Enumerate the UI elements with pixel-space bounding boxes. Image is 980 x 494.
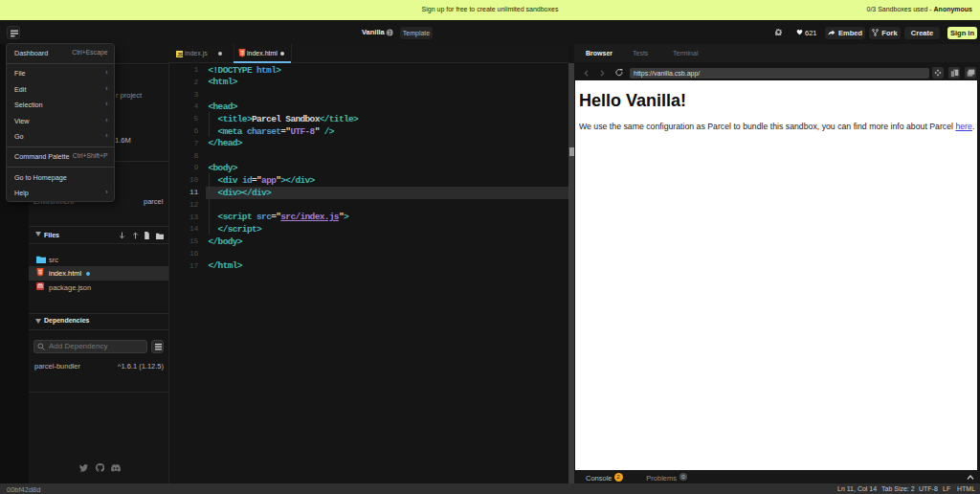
svg-text:JS: JS: [177, 53, 183, 57]
